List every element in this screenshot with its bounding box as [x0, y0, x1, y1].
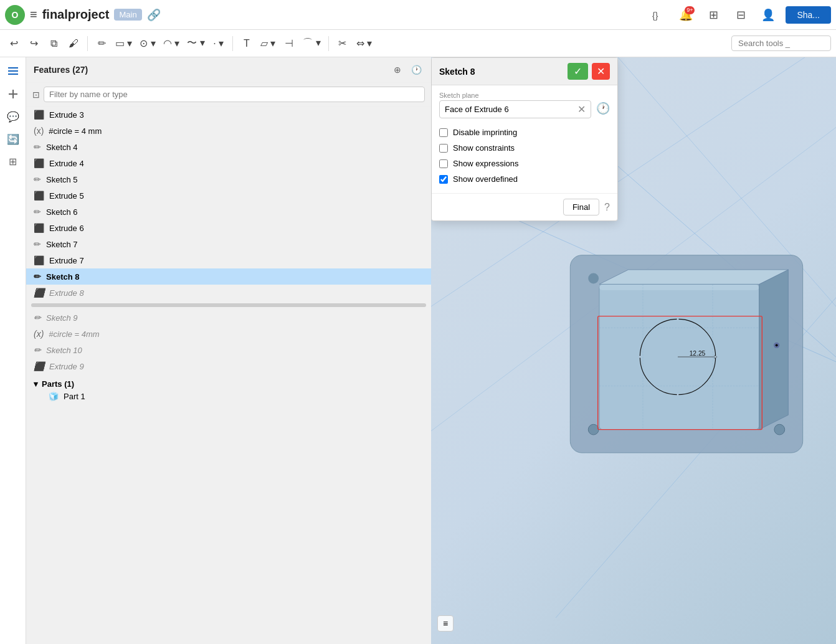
svg-text:12.25: 12.25 — [690, 350, 706, 357]
list-item[interactable]: ⬛ Extrude 9 — [26, 358, 431, 374]
extrude-icon: ⬛ — [34, 361, 44, 371]
expr-icon: (x) — [34, 329, 44, 339]
branch-badge[interactable]: Main — [114, 9, 141, 21]
point-tool[interactable]: · ▾ — [210, 34, 227, 54]
mirror-tool[interactable]: ⇔ ▾ — [354, 34, 374, 54]
list-item[interactable]: (x) #circle = 4 mm — [26, 123, 431, 139]
feature-label: Extrude 3 — [49, 110, 84, 120]
canvas-area[interactable]: 12.25 Sketch 8 — [431, 57, 836, 644]
table-icon[interactable]: ⊞ — [4, 152, 22, 171]
svg-marker-19 — [759, 270, 789, 430]
notification-button[interactable]: 🔔 9+ — [676, 5, 696, 25]
sketch-panel-title: Sketch 8 — [439, 67, 564, 77]
line-tool[interactable]: ✏ — [93, 34, 110, 54]
plane-value-box: Face of Extrude 6 ✕ — [439, 100, 591, 118]
redo-button[interactable]: ↪ — [25, 34, 42, 54]
show-expressions-checkbox[interactable] — [439, 159, 448, 168]
link-icon[interactable]: 🔗 — [147, 8, 161, 22]
parts-section: ▾ Parts (1) 🧊 Part 1 — [26, 374, 431, 409]
svg-point-16 — [774, 424, 785, 435]
sketch-icon: ✏ — [34, 313, 41, 323]
list-item[interactable]: (x) #circle = 4mm — [26, 326, 431, 342]
part-item[interactable]: 🧊 Part 1 — [34, 389, 424, 404]
chevron-down-icon: ▾ — [34, 379, 38, 389]
text-tool[interactable]: T — [238, 34, 255, 54]
list-item[interactable]: ✏ Sketch 10 — [26, 342, 431, 358]
feature-label: Extrude 9 — [49, 362, 84, 371]
list-item[interactable]: ✏ Sketch 7 — [26, 236, 431, 252]
features-panel: Features (27) ⊕ 🕐 ⊡ ⬛ Extrude 3 (x) #cir… — [26, 57, 431, 644]
curve-tool[interactable]: ⌒ ▾ — [300, 34, 323, 54]
profile-icon[interactable]: 👤 — [758, 5, 778, 25]
list-item[interactable]: ⬛ Extrude 3 — [26, 107, 431, 123]
hamburger-menu[interactable]: ≡ — [30, 7, 37, 22]
features-clock-icon[interactable]: 🕐 — [409, 62, 424, 77]
toolbar-separator-3 — [328, 36, 329, 51]
constrain-tool[interactable]: ⊣ — [280, 34, 298, 54]
sketch-indicator[interactable]: ≡ — [437, 615, 454, 632]
list-item-sketch8[interactable]: ✏ Sketch 8 — [26, 268, 431, 285]
scrollbar-hint[interactable] — [31, 303, 426, 307]
part-icon: 🧊 — [49, 392, 59, 401]
list-item[interactable]: ⬛ Extrude 4 — [26, 155, 431, 171]
list-item[interactable]: ⬛ Extrude 8 — [26, 285, 431, 301]
apps-icon[interactable]: ⊟ — [731, 5, 751, 25]
features-add-icon[interactable]: ⊕ — [390, 62, 405, 77]
copy-button[interactable]: ⧉ — [45, 34, 62, 54]
list-item[interactable]: ⬛ Extrude 7 — [26, 252, 431, 268]
style-button[interactable]: 🖌 — [65, 34, 82, 54]
history-icon[interactable]: 🔄 — [4, 130, 22, 148]
code-icon[interactable]: {} — [648, 5, 668, 25]
svg-text:{}: {} — [652, 11, 658, 21]
comment-icon[interactable]: 💬 — [4, 107, 22, 126]
extrude-icon: ⬛ — [34, 191, 44, 201]
filter-icon: ⊡ — [32, 90, 40, 100]
plane-clear-icon[interactable]: ✕ — [577, 103, 586, 115]
show-overdefined-label: Show overdefined — [453, 174, 518, 184]
show-overdefined-checkbox[interactable] — [439, 175, 448, 184]
add-icon[interactable] — [4, 85, 22, 103]
feature-label: Extrude 5 — [49, 191, 84, 201]
svg-rect-18 — [599, 284, 759, 290]
topbar: O ≡ finalproject Main 🔗 {} 🔔 9+ ⊞ ⊟ 👤 Sh… — [0, 0, 836, 30]
disable-imprinting-checkbox[interactable] — [439, 128, 448, 137]
shape-tool[interactable]: ▱ ▾ — [258, 34, 278, 54]
list-item[interactable]: ✏ Sketch 9 — [26, 310, 431, 326]
sidebar-toggle-icon[interactable] — [4, 62, 22, 81]
feature-list: ⬛ Extrude 3 (x) #circle = 4 mm ✏ Sketch … — [26, 107, 431, 644]
clock-icon[interactable]: 🕐 — [596, 102, 610, 115]
final-button[interactable]: Final — [563, 199, 599, 215]
sketch-panel-body: Sketch plane Face of Extrude 6 ✕ 🕐 Disab… — [432, 85, 617, 193]
feature-label: #circle = 4 mm — [49, 126, 102, 136]
parts-header[interactable]: ▾ Parts (1) — [34, 379, 424, 389]
sketch-icon: ✏ — [34, 345, 41, 355]
list-item[interactable]: ⬛ Extrude 6 — [26, 220, 431, 236]
sketch-panel-footer: Final ? — [432, 193, 617, 220]
grid-icon[interactable]: ⊞ — [703, 5, 723, 25]
rectangle-tool[interactable]: ▭ ▾ — [113, 34, 135, 54]
share-button[interactable]: Sha... — [786, 6, 831, 24]
help-icon[interactable]: ? — [604, 202, 610, 213]
svg-marker-20 — [599, 270, 788, 284]
search-tools-input[interactable] — [731, 36, 831, 51]
list-item[interactable]: ✏ Sketch 4 — [26, 139, 431, 155]
sketch-icon: ✏ — [34, 142, 41, 152]
filter-input[interactable] — [44, 87, 425, 102]
sketch-cancel-button[interactable]: ✕ — [592, 63, 610, 80]
sketch-confirm-button[interactable]: ✓ — [568, 63, 588, 80]
list-item[interactable]: ✏ Sketch 5 — [26, 171, 431, 187]
trim-tool[interactable]: ✂ — [334, 34, 351, 54]
disable-imprinting-row: Disable imprinting — [439, 125, 610, 140]
sketch-icon: ✏ — [34, 207, 41, 217]
list-item[interactable]: ✏ Sketch 6 — [26, 204, 431, 220]
spline-tool[interactable]: 〜 ▾ — [184, 34, 207, 54]
feature-label: Extrude 4 — [49, 159, 84, 168]
show-constraints-checkbox[interactable] — [439, 144, 448, 153]
undo-button[interactable]: ↩ — [5, 34, 22, 54]
circle-tool[interactable]: ⊙ ▾ — [137, 34, 158, 54]
arc-tool[interactable]: ◠ ▾ — [161, 34, 182, 54]
feature-label: Extrude 7 — [49, 256, 84, 265]
feature-label: Sketch 6 — [46, 207, 78, 217]
list-item[interactable]: ⬛ Extrude 5 — [26, 187, 431, 204]
sketch-icon: ✏ — [34, 174, 41, 184]
